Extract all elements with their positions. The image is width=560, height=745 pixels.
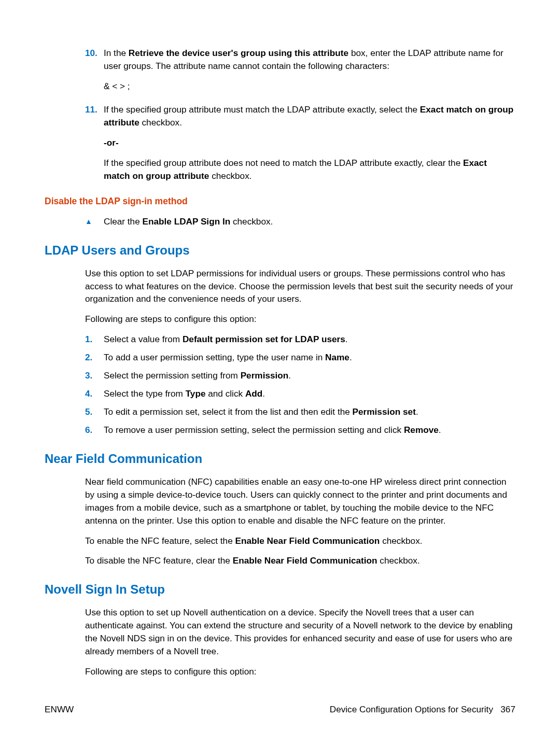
ldap-step-6-num: 6. (85, 424, 104, 437)
ldap-step-2-bold: Name (325, 352, 349, 362)
ldap-step-2-b: . (349, 352, 352, 362)
ldap-step-6-b: . (439, 425, 441, 435)
step-number-11: 11. (85, 103, 104, 182)
step-10-bold: Retrieve the device user's group using t… (129, 48, 348, 58)
ldap-step-1-a: Select a value from (104, 334, 183, 344)
nfc-enable-b: checkbox. (380, 536, 422, 546)
ldap-step-5: To edit a permission set, select it from… (104, 405, 515, 418)
ldap-step-1: Select a value from Default permission s… (104, 333, 515, 346)
ldap-step-5-num: 5. (85, 405, 104, 418)
nfc-heading: Near Field Communication (45, 450, 515, 468)
ldap-step-4: Select the type from Type and click Add. (104, 387, 515, 400)
disable-step-b: checkbox. (230, 216, 273, 227)
ldap-step-2-num: 2. (85, 351, 104, 364)
step-number-10: 10. (85, 47, 104, 98)
ldap-step-4-num: 4. (85, 387, 104, 400)
disable-step-bold: Enable LDAP Sign In (143, 216, 231, 227)
ldap-step-3: Select the permission setting from Permi… (104, 369, 515, 382)
ldap-step-1-bold: Default permission set for LDAP users (183, 334, 345, 344)
ldap-users-groups-heading: LDAP Users and Groups (45, 242, 515, 260)
triangle-bullet-icon: ▲ (85, 216, 104, 229)
ldap-step-4-bold2: Add (245, 388, 262, 399)
nfc-disable-bold: Enable Near Field Communication (233, 555, 377, 566)
nfc-disable: To disable the NFC feature, clear the En… (85, 554, 515, 567)
ldap-step-6-a: To remove a user permission setting, sel… (104, 425, 404, 435)
ldap-step-3-a: Select the permission setting from (104, 370, 241, 381)
ldap-step-1-num: 1. (85, 333, 104, 346)
footer-page-number: 367 (500, 704, 515, 714)
step-11-text-a: If the specified group attribute must ma… (104, 104, 420, 115)
footer-right: Device Configuration Options for Securit… (330, 703, 515, 716)
disable-step-a: Clear the (104, 216, 143, 227)
step-11-text-b: checkbox. (139, 117, 182, 128)
nfc-enable-a: To enable the NFC feature, select the (85, 536, 235, 546)
step-11-or: -or- (104, 136, 515, 149)
ldap-step-3-num: 3. (85, 369, 104, 382)
ldap-step-5-b: . (416, 406, 418, 417)
ldap-step-1-b: . (345, 334, 348, 344)
ldap-step-5-a: To edit a permission set, select it from… (104, 406, 353, 417)
ldap-step-6: To remove a user permission setting, sel… (104, 424, 515, 437)
nfc-disable-a: To disable the NFC feature, clear the (85, 555, 233, 566)
step-10-text-a: In the (104, 48, 129, 58)
novell-intro: Use this option to set up Novell authent… (85, 606, 515, 658)
ldap-step-4-c: . (262, 388, 265, 399)
step-10-body: In the Retrieve the device user's group … (104, 47, 515, 98)
ldap-step-5-bold: Permission set (353, 406, 416, 417)
disable-step-body: Clear the Enable LDAP Sign In checkbox. (104, 215, 515, 228)
novell-heading: Novell Sign In Setup (45, 581, 515, 599)
ldap-step-4-bold: Type (186, 388, 206, 399)
footer-left: ENWW (45, 703, 74, 716)
ldap-step-4-b: and click (205, 388, 245, 399)
footer-right-title: Device Configuration Options for Securit… (330, 704, 493, 714)
step-11-text-d: checkbox. (209, 171, 251, 181)
ldap-step-3-bold: Permission (241, 370, 289, 381)
ldap-intro: Use this option to set LDAP permissions … (85, 267, 515, 306)
novell-steps-intro: Following are steps to configure this op… (85, 665, 515, 678)
ldap-steps-intro: Following are steps to configure this op… (85, 313, 515, 326)
ldap-step-6-bold: Remove (404, 425, 439, 435)
ldap-step-3-b: . (288, 370, 291, 381)
step-11-text-c: If the specified group attribute does no… (104, 158, 463, 168)
nfc-enable-bold: Enable Near Field Communication (235, 536, 380, 546)
step-11-body: If the specified group attribute must ma… (104, 103, 515, 182)
ldap-step-2: To add a user permission setting, type t… (104, 351, 515, 364)
step-10-chars: & < > ; (104, 80, 515, 93)
ldap-step-2-a: To add a user permission setting, type t… (104, 352, 325, 362)
disable-ldap-heading: Disable the LDAP sign-in method (45, 195, 515, 208)
nfc-intro: Near field communication (NFC) capabilit… (85, 475, 515, 527)
nfc-disable-b: checkbox. (377, 555, 420, 566)
nfc-enable: To enable the NFC feature, select the En… (85, 535, 515, 547)
ldap-step-4-a: Select the type from (104, 388, 186, 399)
